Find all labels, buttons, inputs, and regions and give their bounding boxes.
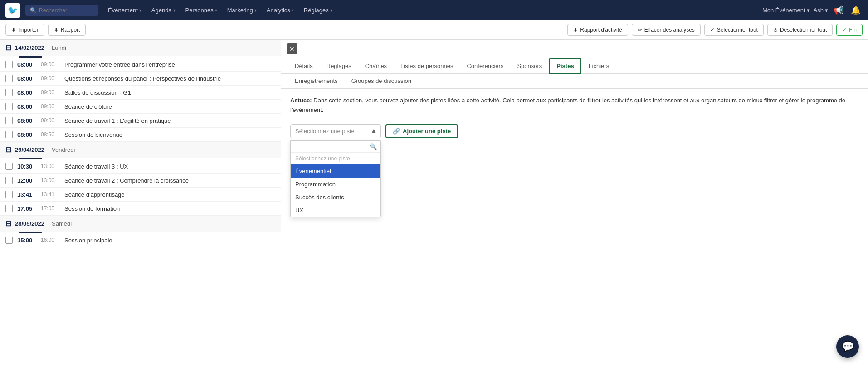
session-checkbox[interactable] xyxy=(5,117,13,124)
piste-dropdown: 🔍 Sélectionnez une piste Évènementiel Pr… xyxy=(290,140,381,217)
session-checkbox[interactable] xyxy=(5,61,13,68)
date-text-3: 28/05/2022 xyxy=(15,220,44,227)
download-icon: ⬇ xyxy=(573,27,578,33)
tab-details[interactable]: Détails xyxy=(288,59,319,74)
broadcast-icon[interactable]: 📢 xyxy=(832,5,845,15)
collapse-icon[interactable]: ⊟ xyxy=(5,219,11,228)
deselectionner-tout-button[interactable]: ⊘ Désélectionner tout xyxy=(767,24,833,36)
session-checkbox[interactable] xyxy=(5,89,13,96)
tab-reglages[interactable]: Réglages xyxy=(320,59,358,74)
session-row[interactable]: 08:00 09:00 Questions et réponses du pan… xyxy=(0,72,281,86)
session-checkbox[interactable] xyxy=(5,237,13,244)
session-end-time: 16:00 xyxy=(41,237,60,243)
add-piste-label: Ajouter une piste xyxy=(403,128,451,135)
session-title: Séance de travail 3 : UX xyxy=(64,163,128,170)
detail-panel: ✕ Détails Réglages Chaînes Listes de per… xyxy=(281,40,868,367)
effacer-analyses-button[interactable]: ✏ Effacer des analyses xyxy=(632,24,701,36)
date-text-1: 14/02/2022 xyxy=(15,44,44,51)
fin-button[interactable]: ✓ Fin xyxy=(836,24,863,36)
import-button[interactable]: ⬇ Importer xyxy=(5,24,44,36)
session-row[interactable]: 17:05 17:05 Session de formation xyxy=(0,202,281,216)
dropdown-item-programmation[interactable]: Programmation xyxy=(291,178,380,191)
nav-item-analytics[interactable]: Analytics ▾ xyxy=(262,4,298,16)
session-title: Session de formation xyxy=(64,205,120,212)
clear-icon: ✏ xyxy=(638,27,642,33)
dropdown-inner-placeholder: Sélectionnez une piste xyxy=(291,153,380,164)
dropdown-item-evenementiel[interactable]: Évènementiel xyxy=(291,164,380,178)
session-checkbox[interactable] xyxy=(5,177,13,184)
import-icon: ⬇ xyxy=(11,27,16,33)
deselect-icon: ⊘ xyxy=(773,27,778,33)
date-group-header-3: ⊟ 28/05/2022 Samedi xyxy=(0,216,281,232)
chevron-down-icon: ▾ xyxy=(292,8,294,13)
session-checkbox[interactable] xyxy=(5,205,13,212)
chevron-down-icon: ▾ xyxy=(215,8,217,13)
session-checkbox[interactable] xyxy=(5,75,13,82)
session-row[interactable]: 10:30 13:00 Séance de travail 3 : UX xyxy=(0,159,281,174)
dropdown-search-box: 🔍 xyxy=(291,141,380,153)
session-row[interactable]: 13:41 13:41 Seance d'apprentisage xyxy=(0,188,281,202)
chevron-down-icon: ▾ xyxy=(825,7,828,14)
session-row[interactable]: 08:00 09:00 Programmer votre entrée dans… xyxy=(0,58,281,72)
agenda-panel: ⊟ 14/02/2022 Lundi 08:00 09:00 Programme… xyxy=(0,40,281,367)
session-title: Salles de discussion - G1 xyxy=(64,89,131,96)
astuce-text: Dans cette section, vous pouvez ajouter … xyxy=(290,97,845,113)
session-checkbox[interactable] xyxy=(5,191,13,198)
nav-item-marketing[interactable]: Marketing ▾ xyxy=(223,4,261,16)
dropdown-item-succes[interactable]: Succès des clients xyxy=(291,191,380,204)
dropdown-item-ux[interactable]: UX xyxy=(291,204,380,217)
close-button[interactable]: ✕ xyxy=(287,43,297,54)
session-row[interactable]: 15:00 16:00 Session principale xyxy=(0,233,281,247)
mon-evenement-selector[interactable]: Mon Événement ▾ xyxy=(762,7,810,14)
tab-listes-personnes[interactable]: Listes de personnes xyxy=(394,59,459,74)
piste-select-display[interactable]: Sélectionnez une piste ▲ xyxy=(290,124,381,138)
tab-conferenciers[interactable]: Conférenciers xyxy=(460,59,510,74)
rapport-activite-button[interactable]: ⬇ Rapport d'activité xyxy=(567,24,628,36)
search-box: 🔍 xyxy=(25,5,98,16)
session-row[interactable]: 08:00 09:00 Salles de discussion - G1 xyxy=(0,86,281,100)
session-start-time: 08:00 xyxy=(17,89,36,96)
piste-select-wrapper: Sélectionnez une piste ▲ 🔍 Sélectionnez … xyxy=(290,124,381,138)
session-checkbox[interactable] xyxy=(5,131,13,138)
tab-pistes[interactable]: Pistes xyxy=(549,58,581,74)
nav-item-reglages[interactable]: Réglages ▾ xyxy=(299,4,337,16)
tab-sponsors[interactable]: Sponsors xyxy=(511,59,548,74)
tab-enregistrements[interactable]: Enregistrements xyxy=(288,74,344,89)
session-checkbox[interactable] xyxy=(5,163,13,170)
session-row[interactable]: 08:00 09:00 Séance de travail 1 : L'agil… xyxy=(0,114,281,128)
session-start-time: 08:00 xyxy=(17,131,36,138)
bell-icon[interactable]: 🔔 xyxy=(849,5,863,15)
rapport-button[interactable]: ⬇ Rapport xyxy=(48,24,86,36)
collapse-icon[interactable]: ⊟ xyxy=(5,145,11,154)
tab-groupes-discussion[interactable]: Groupes de discussion xyxy=(345,74,418,89)
logo[interactable]: 🐦 xyxy=(5,3,20,18)
user-menu[interactable]: Ash ▾ xyxy=(814,7,828,14)
nav-item-evenement[interactable]: Événement ▾ xyxy=(103,4,146,16)
session-end-time: 13:00 xyxy=(41,163,60,169)
dropdown-search-input[interactable] xyxy=(294,143,370,150)
selectionner-tout-button[interactable]: ✓ Sélectionner tout xyxy=(704,24,764,36)
chat-bubble[interactable]: 💬 xyxy=(836,335,859,358)
session-title: Session de bienvenue xyxy=(64,131,122,138)
toolbar-right-actions: ⬇ Rapport d'activité ✏ Effacer des analy… xyxy=(567,24,863,36)
session-row[interactable]: 08:00 09:00 Séance de clôture xyxy=(0,100,281,114)
nav-item-agenda[interactable]: Agenda ▾ xyxy=(147,4,180,16)
search-input[interactable] xyxy=(39,7,93,14)
tabs-row-1: Détails Réglages Chaînes Listes de perso… xyxy=(281,40,868,74)
session-row[interactable]: 12:00 13:00 Séance de travail 2 : Compre… xyxy=(0,174,281,188)
session-title: Programmer votre entrée dans l'entrepris… xyxy=(64,61,175,68)
rapport-icon: ⬇ xyxy=(54,27,59,33)
search-icon: 🔍 xyxy=(30,7,37,14)
day-text-3: Samedi xyxy=(52,220,72,227)
collapse-icon[interactable]: ⊟ xyxy=(5,43,11,52)
add-piste-button[interactable]: 🔗 Ajouter une piste xyxy=(385,124,458,138)
chevron-down-icon: ▾ xyxy=(807,7,810,14)
session-checkbox[interactable] xyxy=(5,103,13,110)
session-start-time: 08:00 xyxy=(17,75,36,82)
session-end-time: 09:00 xyxy=(41,61,60,68)
tab-chaines[interactable]: Chaînes xyxy=(359,59,393,74)
session-row[interactable]: 08:00 08:50 Session de bienvenue xyxy=(0,128,281,142)
tab-fichiers[interactable]: Fichiers xyxy=(582,59,616,74)
session-start-time: 08:00 xyxy=(17,103,36,110)
nav-item-personnes[interactable]: Personnes ▾ xyxy=(181,4,222,16)
